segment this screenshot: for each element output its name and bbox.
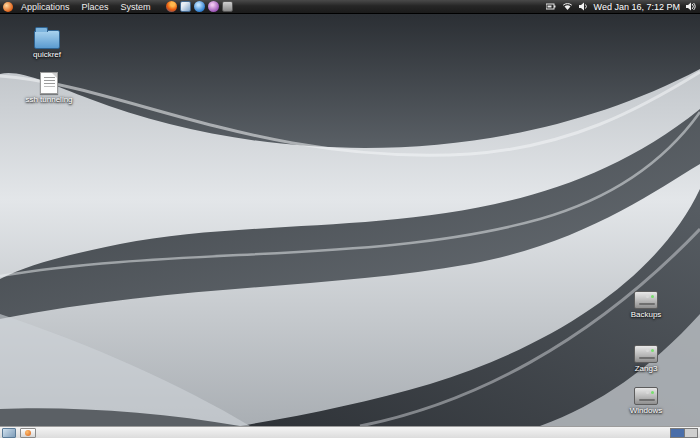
clock[interactable]: Wed Jan 16, 7:12 PM [594,2,680,12]
battery-icon[interactable] [546,2,557,11]
panel-menu-area: Applications Places System [0,0,233,14]
workspace-switcher [670,428,698,438]
desktop-area[interactable]: quickref ssh tunneling Backups Zang3 Win… [0,14,700,426]
taskbar-item[interactable] [20,428,36,438]
desktop-screen: Applications Places System [0,0,700,438]
icon-label: ssh tunneling [25,96,72,105]
drive-icon [634,345,658,363]
desktop-icon-ssh-tunneling[interactable]: ssh tunneling [20,72,78,105]
system-tray: Wed Jan 16, 7:12 PM [546,2,700,12]
desktop-icon-backups-drive[interactable]: Backups [617,291,675,320]
workspace-2[interactable] [684,429,697,437]
applications-menu[interactable]: Applications [16,0,75,14]
desktop-icon-quickref[interactable]: quickref [18,26,76,60]
drive-icon [634,291,658,309]
text-file-icon [40,72,58,94]
mail-launcher-icon[interactable] [180,1,191,12]
browser-launcher-icon[interactable] [194,1,205,12]
bottom-panel [0,426,700,438]
terminal-launcher-icon[interactable] [222,1,233,12]
app-window-icon [25,430,31,436]
desktop-icon-windows-drive[interactable]: Windows [617,387,675,416]
icon-label: quickref [33,51,61,60]
firefox-launcher-icon[interactable] [166,1,177,12]
desktop-icon-zang3-drive[interactable]: Zang3 [617,345,675,374]
speaker-icon[interactable] [685,2,696,11]
folder-icon [34,30,60,49]
volume-icon[interactable] [578,2,589,11]
icon-label: Windows [630,407,662,416]
show-desktop-button[interactable] [2,428,16,438]
top-panel: Applications Places System [0,0,700,14]
distro-logo-icon[interactable] [3,2,13,12]
wifi-icon[interactable] [562,2,573,11]
wallpaper [0,14,700,426]
chat-launcher-icon[interactable] [208,1,219,12]
icon-label: Backups [631,311,662,320]
places-menu[interactable]: Places [77,0,114,14]
system-menu[interactable]: System [116,0,156,14]
drive-icon [634,387,658,405]
icon-label: Zang3 [635,365,658,374]
launcher-area [166,1,233,12]
workspace-1[interactable] [671,429,684,437]
